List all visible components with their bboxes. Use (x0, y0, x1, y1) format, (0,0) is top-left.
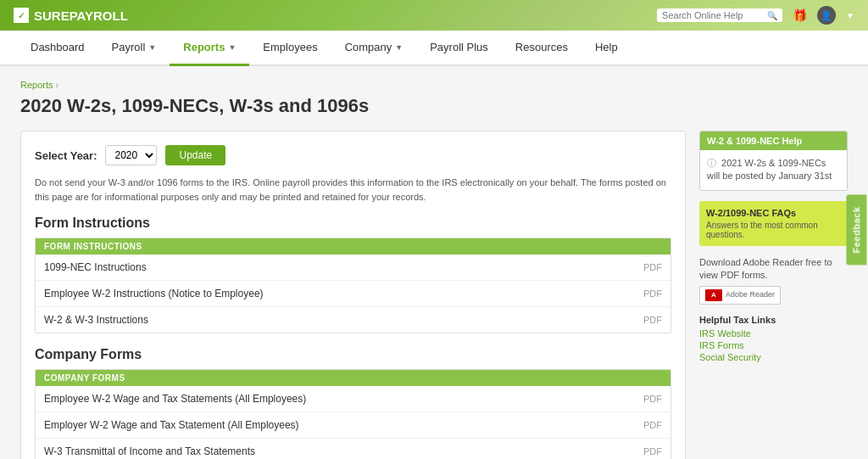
nav-payroll[interactable]: Payroll ▼ (98, 31, 170, 66)
row-label: Employee W-2 Wage and Tax Statements (Al… (44, 393, 306, 405)
reports-chevron: ▼ (228, 43, 236, 52)
tax-link-irs-forms[interactable]: IRS Forms (699, 340, 848, 350)
feedback-tab[interactable]: Feedback (847, 194, 867, 265)
form-instructions-table: FORM INSTRUCTIONS 1099-NEC Instructions … (35, 238, 671, 333)
nav-company[interactable]: Company ▼ (331, 31, 417, 66)
breadcrumb-separator: › (56, 80, 59, 90)
notice-text: Do not send your W-3 and/or 1096 forms t… (35, 176, 671, 204)
nav-employees[interactable]: Employees (249, 31, 331, 66)
user-menu-chevron[interactable]: ▼ (846, 11, 854, 20)
w2-help-box: W-2 & 1099-NEC Help ⓘ 2021 W-2s & 1099-N… (699, 131, 848, 191)
tax-links-section: Helpful Tax Links IRS Website IRS Forms … (699, 315, 848, 362)
tax-links-title: Helpful Tax Links (699, 315, 848, 325)
nav-help[interactable]: Help (581, 31, 632, 66)
user-icon: 👤 (821, 10, 832, 21)
company-forms-header: COMPANY FORMS (36, 370, 670, 386)
row-label: W-2 & W-3 Instructions (44, 314, 148, 326)
select-year-row: Select Year: 2020 2019 2018 Update (35, 145, 671, 165)
year-select[interactable]: 2020 2019 2018 (105, 145, 157, 165)
form-instructions-header: FORM INSTRUCTIONS (36, 238, 670, 255)
table-row[interactable]: W-2 & W-3 Instructions PDF (36, 307, 670, 333)
breadcrumb-parent[interactable]: Reports (20, 80, 53, 90)
nav-reports[interactable]: Reports ▼ (170, 31, 249, 66)
row-label: Employer W-2 Wage and Tax Statement (All… (44, 419, 299, 431)
page-title: 2020 W-2s, 1099-NECs, W-3s and 1096s (20, 95, 848, 117)
gift-icon[interactable]: 🎁 (793, 8, 807, 22)
faq-box[interactable]: W-2/1099-NEC FAQs Answers to the most co… (699, 201, 848, 246)
adobe-badge-text: Adobe Reader (726, 289, 775, 300)
logo: ✓ SUREPAYROLL (14, 8, 128, 23)
nav-payroll-plus[interactable]: Payroll Plus (416, 31, 502, 66)
table-row[interactable]: Employee W-2 Wage and Tax Statements (Al… (36, 386, 670, 412)
table-row[interactable]: W-3 Transmittal of Income and Tax Statem… (36, 439, 670, 459)
user-avatar[interactable]: 👤 (817, 6, 836, 25)
sidebar: W-2 & 1099-NEC Help ⓘ 2021 W-2s & 1099-N… (699, 131, 848, 364)
breadcrumb: Reports › (20, 80, 848, 90)
pdf-link[interactable]: PDF (643, 420, 662, 430)
pdf-link[interactable]: PDF (643, 394, 662, 404)
logo-text: SUREPAYROLL (34, 8, 128, 23)
adobe-logo-icon: A (705, 289, 722, 301)
nav-resources[interactable]: Resources (502, 31, 581, 66)
search-box[interactable]: 🔍 (657, 8, 782, 22)
payroll-chevron: ▼ (148, 43, 156, 52)
adobe-text: Download Adobe Reader free to view PDF f… (699, 257, 832, 280)
nav-bar: Dashboard Payroll ▼ Reports ▼ Employees … (0, 31, 868, 66)
row-label: Employee W-2 Instructions (Notice to Emp… (44, 288, 264, 299)
faq-title: W-2/1099-NEC FAQs (706, 208, 841, 218)
row-label: 1099-NEC Instructions (44, 261, 147, 273)
pdf-link[interactable]: PDF (643, 288, 662, 299)
company-forms-table: COMPANY FORMS Employee W-2 Wage and Tax … (35, 369, 671, 459)
search-icon: 🔍 (767, 11, 777, 20)
company-forms-title: Company Forms (35, 347, 671, 362)
table-row[interactable]: Employee W-2 Instructions (Notice to Emp… (36, 281, 670, 307)
top-bar-right: 🔍 🎁 👤 ▼ (657, 6, 854, 25)
pdf-link[interactable]: PDF (643, 262, 662, 272)
form-instructions-title: Form Instructions (35, 216, 671, 231)
w2-help-text: 2021 W-2s & 1099-NECs will be posted by … (707, 158, 832, 181)
tax-link-social-security[interactable]: Social Security (699, 352, 848, 362)
search-input[interactable] (662, 10, 764, 20)
row-label: W-3 Transmittal of Income and Tax Statem… (44, 445, 255, 457)
pdf-link[interactable]: PDF (643, 315, 662, 325)
table-row[interactable]: 1099-NEC Instructions PDF (36, 255, 670, 281)
logo-icon: ✓ (14, 8, 29, 23)
tax-link-irs-website[interactable]: IRS Website (699, 328, 848, 339)
info-icon: ⓘ (707, 158, 716, 168)
update-button[interactable]: Update (165, 145, 225, 165)
content-layout: Select Year: 2020 2019 2018 Update Do no… (20, 131, 848, 459)
main-content: Reports › 2020 W-2s, 1099-NECs, W-3s and… (0, 66, 868, 459)
pdf-link[interactable]: PDF (643, 446, 662, 456)
table-row[interactable]: Employer W-2 Wage and Tax Statement (All… (36, 412, 670, 439)
company-chevron: ▼ (395, 43, 403, 52)
adobe-badge[interactable]: A Adobe Reader (699, 286, 781, 305)
tax-links-list: IRS Website IRS Forms Social Security (699, 328, 848, 362)
w2-help-header: W-2 & 1099-NEC Help (700, 132, 847, 150)
adobe-section: Download Adobe Reader free to view PDF f… (699, 256, 848, 305)
main-panel: Select Year: 2020 2019 2018 Update Do no… (20, 131, 686, 459)
faq-desc: Answers to the most common questions. (706, 221, 841, 239)
top-bar: ✓ SUREPAYROLL 🔍 🎁 👤 ▼ (0, 0, 868, 31)
nav-dashboard[interactable]: Dashboard (17, 31, 98, 66)
w2-help-content: ⓘ 2021 W-2s & 1099-NECs will be posted b… (700, 150, 847, 190)
select-year-label: Select Year: (35, 149, 97, 162)
